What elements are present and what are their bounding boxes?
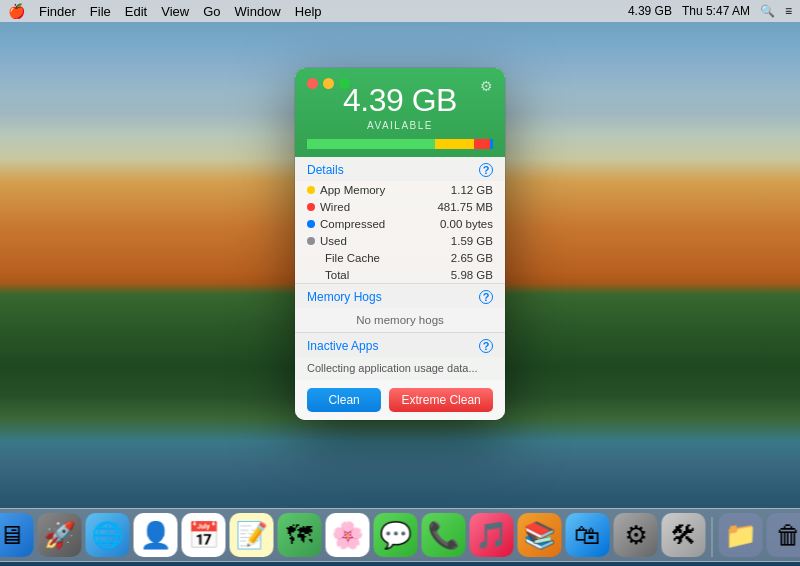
total-label: Total	[307, 269, 349, 281]
memory-hogs-help-icon[interactable]: ?	[479, 290, 493, 304]
inactive-apps-help-icon[interactable]: ?	[479, 339, 493, 353]
menubar-left: 🍎 Finder File Edit View Go Window Help	[8, 3, 322, 19]
menu-go[interactable]: Go	[203, 4, 220, 19]
menu-window[interactable]: Window	[235, 4, 281, 19]
total-value: 5.98 GB	[451, 269, 493, 281]
file-cache-label: File Cache	[307, 252, 380, 264]
wired-value: 481.75 MB	[437, 201, 493, 213]
dock-appstore[interactable]: 🛍	[566, 513, 610, 557]
bar-free	[307, 139, 435, 149]
app-name[interactable]: Finder	[39, 4, 76, 19]
dot-used	[307, 237, 315, 245]
memory-hogs-header: Memory Hogs ?	[295, 284, 505, 308]
close-button[interactable]	[307, 78, 318, 89]
collecting-text: Collecting application usage data...	[295, 357, 505, 380]
extreme-clean-button[interactable]: Extreme Clean	[389, 388, 493, 412]
menu-file[interactable]: File	[90, 4, 111, 19]
settings-icon[interactable]: ⚙	[480, 78, 493, 94]
dock-messages[interactable]: 💬	[374, 513, 418, 557]
dock-separator	[712, 517, 713, 557]
compressed-value: 0.00 bytes	[440, 218, 493, 230]
traffic-lights	[307, 78, 350, 89]
dock-trash[interactable]: 🗑	[767, 513, 801, 557]
memory-bar	[307, 139, 493, 149]
no-hogs-text: No memory hogs	[295, 308, 505, 332]
dock-downloads[interactable]: 📁	[719, 513, 763, 557]
minimize-button[interactable]	[323, 78, 334, 89]
app-memory-label: App Memory	[307, 184, 385, 196]
used-label: Used	[307, 235, 347, 247]
details-title: Details	[307, 163, 344, 177]
search-icon[interactable]: 🔍	[760, 4, 775, 18]
row-file-cache: File Cache 2.65 GB	[295, 249, 505, 266]
row-total: Total 5.98 GB	[295, 266, 505, 283]
dock-music[interactable]: 🎵	[470, 513, 514, 557]
dock-launchpad[interactable]: 🚀	[38, 513, 82, 557]
row-wired: Wired 481.75 MB	[295, 198, 505, 215]
dock-safari[interactable]: 🌐	[86, 513, 130, 557]
dock-photos[interactable]: 🌸	[326, 513, 370, 557]
bar-app-memory	[435, 139, 473, 149]
wired-label: Wired	[307, 201, 350, 213]
menu-view[interactable]: View	[161, 4, 189, 19]
dock-tools[interactable]: 🛠	[662, 513, 706, 557]
bar-wired	[474, 139, 490, 149]
clean-button[interactable]: Clean	[307, 388, 381, 412]
popup-body: Details ? App Memory 1.12 GB Wired 481.7…	[295, 157, 505, 420]
row-used: Used 1.59 GB	[295, 232, 505, 249]
row-compressed: Compressed 0.00 bytes	[295, 215, 505, 232]
dock-facetime[interactable]: 📞	[422, 513, 466, 557]
dock-finder[interactable]: 🖥	[0, 513, 34, 557]
row-app-memory: App Memory 1.12 GB	[295, 181, 505, 198]
clock: Thu 5:47 AM	[682, 4, 750, 18]
bar-compressed	[490, 139, 493, 149]
menubar-right: 4.39 GB Thu 5:47 AM 🔍 ≡	[628, 4, 792, 18]
details-section-header: Details ?	[295, 157, 505, 181]
inactive-apps-header: Inactive Apps ?	[295, 333, 505, 357]
details-help-icon[interactable]: ?	[479, 163, 493, 177]
menubar: 🍎 Finder File Edit View Go Window Help 4…	[0, 0, 800, 22]
popup-footer: Clean Extreme Clean	[295, 380, 505, 420]
dock-systemprefs[interactable]: ⚙	[614, 513, 658, 557]
menu-extras-icon[interactable]: ≡	[785, 4, 792, 18]
dock-contacts[interactable]: 👤	[134, 513, 178, 557]
memory-popup: ⚙ 4.39 GB AVAILABLE Details ? App Memory…	[295, 68, 505, 420]
inactive-apps-title: Inactive Apps	[307, 339, 378, 353]
dot-compressed	[307, 220, 315, 228]
dock-books[interactable]: 📚	[518, 513, 562, 557]
available-label: AVAILABLE	[307, 120, 493, 131]
apple-menu[interactable]: 🍎	[8, 3, 25, 19]
file-cache-value: 2.65 GB	[451, 252, 493, 264]
menu-edit[interactable]: Edit	[125, 4, 147, 19]
battery-info: 4.39 GB	[628, 4, 672, 18]
dock-calendar[interactable]: 📅	[182, 513, 226, 557]
dot-app-memory	[307, 186, 315, 194]
maximize-button[interactable]	[339, 78, 350, 89]
used-value: 1.59 GB	[451, 235, 493, 247]
dock-notes[interactable]: 📝	[230, 513, 274, 557]
dot-wired	[307, 203, 315, 211]
dock-maps[interactable]: 🗺	[278, 513, 322, 557]
popup-header: ⚙ 4.39 GB AVAILABLE	[295, 68, 505, 157]
memory-hogs-title: Memory Hogs	[307, 290, 382, 304]
app-memory-value: 1.12 GB	[451, 184, 493, 196]
dock: 🖥 🚀 🌐 👤 📅 📝 🗺 🌸 💬 📞 🎵 📚 🛍 ⚙ 🛠 📁 🗑	[0, 508, 800, 562]
compressed-label: Compressed	[307, 218, 385, 230]
menu-help[interactable]: Help	[295, 4, 322, 19]
